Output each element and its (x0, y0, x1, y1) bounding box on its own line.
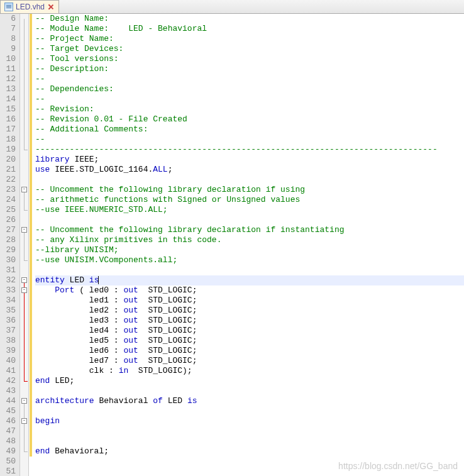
line-number: 46 (3, 416, 16, 426)
code-line[interactable]: led3 : out STD_LOGIC; (35, 316, 464, 326)
line-number: 17 (3, 125, 16, 135)
fold-toggle[interactable]: - (21, 287, 27, 293)
code-line[interactable]: Port ( led0 : out STD_LOGIC; (35, 285, 464, 296)
close-icon[interactable] (47, 3, 55, 11)
fold-toggle[interactable]: - (21, 277, 27, 283)
line-number: 19 (3, 145, 16, 155)
code-line[interactable] (35, 426, 464, 436)
line-number: 45 (3, 406, 16, 416)
line-number: 43 (3, 386, 16, 396)
line-number: 7 (3, 24, 16, 34)
line-number: 9 (3, 44, 16, 54)
code-line[interactable]: led5 : out STD_LOGIC; (35, 336, 464, 346)
code-line[interactable] (35, 215, 464, 225)
line-number: 33 (3, 285, 16, 296)
line-number: 38 (3, 336, 16, 346)
line-number: 41 (3, 366, 16, 376)
line-number: 47 (3, 426, 16, 436)
line-number: 48 (3, 436, 16, 446)
code-line[interactable]: clk : in STD_LOGIC); (35, 366, 464, 376)
fold-toggle[interactable]: - (21, 227, 27, 233)
fold-toggle[interactable]: - (21, 398, 27, 404)
tab-filename: LED.vhd (16, 3, 45, 11)
code-line[interactable]: -- (35, 135, 464, 145)
line-number: 32 (3, 275, 16, 285)
code-line[interactable]: -- Uncomment the following library decla… (35, 185, 464, 195)
line-number: 22 (3, 175, 16, 185)
code-line[interactable]: -- Description: (35, 64, 464, 74)
line-number: 20 (3, 155, 16, 165)
line-number: 51 (3, 467, 16, 476)
line-number: 28 (3, 235, 16, 245)
code-line[interactable]: led1 : out STD_LOGIC; (35, 296, 464, 306)
line-number: 24 (3, 195, 16, 205)
line-number: 44 (3, 396, 16, 406)
code-line[interactable]: --use UNISIM.VComponents.all; (35, 255, 464, 265)
code-line[interactable] (35, 175, 464, 185)
code-line[interactable] (35, 265, 464, 275)
line-number: 13 (3, 84, 16, 94)
line-number: 34 (3, 296, 16, 306)
code-line[interactable]: -- Dependencies: (35, 84, 464, 94)
line-number: 39 (3, 346, 16, 356)
code-line[interactable]: use IEEE.STD_LOGIC_1164.ALL; (35, 165, 464, 175)
code-line[interactable]: led4 : out STD_LOGIC; (35, 326, 464, 336)
code-line[interactable]: -- Revision: (35, 104, 464, 114)
line-number: 8 (3, 34, 16, 44)
code-line[interactable]: -- Additional Comments: (35, 125, 464, 135)
code-line[interactable]: architecture Behavioral of LED is (35, 396, 464, 406)
line-number: 26 (3, 215, 16, 225)
code-line[interactable]: end LED; (35, 376, 464, 386)
code-line[interactable]: led2 : out STD_LOGIC; (35, 306, 464, 316)
code-line[interactable]: -- Revision 0.01 - File Created (35, 114, 464, 125)
code-line[interactable]: -- any Xilinx primitives in this code. (35, 235, 464, 245)
tab-bar: LED.vhd (0, 0, 464, 14)
code-line[interactable]: library IEEE; (35, 155, 464, 165)
code-line[interactable]: -- arithmetic functions with Signed or U… (35, 195, 464, 205)
code-line[interactable]: ----------------------------------------… (35, 145, 464, 155)
line-number: 15 (3, 104, 16, 114)
code-line[interactable] (35, 467, 464, 476)
code-line[interactable]: -- (35, 74, 464, 84)
line-number: 35 (3, 306, 16, 316)
line-number: 31 (3, 265, 16, 275)
code-line[interactable]: -- Module Name: LED - Behavioral (35, 24, 464, 34)
code-line[interactable]: -- Tool versions: (35, 54, 464, 64)
code-line[interactable]: led6 : out STD_LOGIC; (35, 346, 464, 356)
code-line[interactable]: --library UNISIM; (35, 245, 464, 255)
code-line[interactable] (35, 406, 464, 416)
code-line[interactable]: end Behavioral; (35, 446, 464, 457)
code-line[interactable] (35, 436, 464, 446)
line-number: 25 (3, 205, 16, 215)
line-number: 49 (3, 446, 16, 457)
line-number: 50 (3, 457, 16, 467)
fold-column[interactable]: ------ (20, 14, 29, 476)
line-number-gutter: 6789101112131415161718192021222324252627… (0, 14, 20, 476)
code-line[interactable]: begin (35, 416, 464, 426)
code-line[interactable]: entity LED is (35, 275, 464, 285)
code-line[interactable]: -- Target Devices: (35, 44, 464, 54)
code-line[interactable] (35, 386, 464, 396)
line-number: 16 (3, 114, 16, 125)
code-line[interactable]: led7 : out STD_LOGIC; (35, 356, 464, 366)
code-line[interactable] (35, 457, 464, 467)
fold-toggle[interactable]: - (21, 187, 27, 192)
line-number: 27 (3, 225, 16, 235)
line-number: 29 (3, 245, 16, 255)
tab-led-vhd[interactable]: LED.vhd (0, 0, 59, 13)
code-line[interactable]: -- Uncomment the following library decla… (35, 225, 464, 235)
code-line[interactable]: --use IEEE.NUMERIC_STD.ALL; (35, 205, 464, 215)
code-line[interactable]: -- Project Name: (35, 34, 464, 44)
line-number: 14 (3, 94, 16, 104)
fold-toggle[interactable]: - (21, 418, 27, 424)
file-icon (4, 3, 13, 11)
line-number: 37 (3, 326, 16, 336)
code-area[interactable]: -- Design Name: -- Module Name: LED - Be… (33, 14, 464, 476)
code-line[interactable]: -- Design Name: (35, 14, 464, 24)
code-editor[interactable]: 6789101112131415161718192021222324252627… (0, 14, 464, 476)
code-line[interactable]: -- (35, 94, 464, 104)
line-number: 42 (3, 376, 16, 386)
line-number: 36 (3, 316, 16, 326)
line-number: 12 (3, 74, 16, 84)
line-number: 11 (3, 64, 16, 74)
